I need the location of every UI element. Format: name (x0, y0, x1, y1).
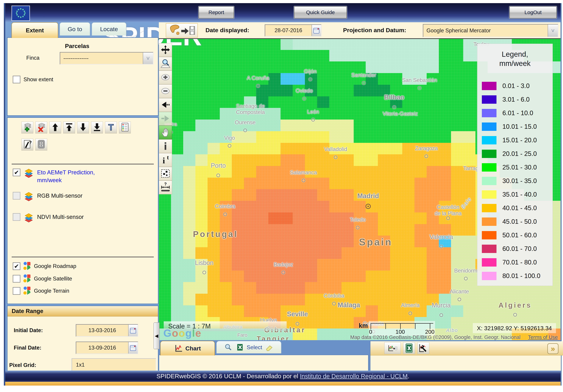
basemap-item[interactable]: Google Terrain (13, 286, 69, 296)
final-date-field[interactable]: 13-09-2016 (76, 342, 138, 354)
layer-label[interactable]: NDVI Multi-sensor (37, 213, 84, 221)
quick-guide-button[interactable]: Quick Guide (294, 6, 347, 18)
pan-hand-button[interactable] (159, 126, 172, 139)
layer-label[interactable]: Eto AEMeT Prediction, mm/week (37, 169, 95, 184)
tab-chart[interactable]: Chart (160, 341, 215, 355)
excel-export-icon (404, 343, 414, 353)
basemap-checkbox[interactable] (13, 275, 20, 282)
history-back-button[interactable] (159, 98, 172, 112)
measure-icon: ? (161, 182, 170, 193)
basemap-label[interactable]: Google Satellite (34, 276, 72, 282)
chevron-down-icon[interactable]: ˅ (143, 52, 153, 64)
info-button[interactable] (159, 139, 172, 153)
basemap-checkbox[interactable] (13, 287, 20, 295)
finca-select[interactable]: -------------- ˅ (60, 52, 154, 64)
zoom-box-button[interactable] (159, 57, 172, 71)
report-button[interactable]: Report (199, 6, 234, 18)
tab-go-to[interactable]: Go to (60, 22, 90, 36)
move-down-button[interactable] (77, 122, 89, 134)
add-layers-button[interactable] (21, 122, 33, 134)
basemap-label[interactable]: Google Roadmap (34, 263, 76, 269)
show-extent-checkbox[interactable] (13, 76, 20, 83)
remove-layers-button[interactable] (35, 122, 47, 134)
projection-select[interactable]: Google Spherical Mercator ˅ (423, 24, 558, 37)
zoom-out-button[interactable] (159, 84, 172, 98)
move-to-top-button[interactable] (63, 122, 75, 134)
sidebar: SPIDER Extent Go to Locate Parcelas Finc… (5, 22, 159, 371)
legend-range: 10.01 - 15.0 (502, 123, 537, 130)
basemap-item[interactable]: ✔Google Roadmap (13, 261, 76, 271)
map-canvas[interactable]: A CoruñaGijónSantanderSan SebastiánOvied… (159, 38, 561, 340)
legend-swatch (482, 177, 497, 185)
chart-save-icon (388, 343, 397, 353)
app-frame: Report Quick Guide LogOut SPIDER Extent … (4, 3, 562, 386)
terms-of-use-link[interactable]: Terms of Use (528, 334, 558, 340)
move-to-bottom-button[interactable] (91, 122, 103, 134)
basemap-label[interactable]: Google Terrain (34, 288, 69, 294)
sidebar-collapse-handle[interactable]: ◀ (154, 322, 160, 349)
zoom-in-button[interactable] (159, 71, 172, 84)
basemap-checkbox[interactable]: ✔ (13, 262, 20, 270)
expand-panel-button[interactable]: » (547, 343, 559, 354)
legend-list-button[interactable] (119, 122, 131, 134)
google-earth-button[interactable]: 8 (35, 139, 47, 150)
history-forward-button[interactable] (159, 112, 172, 126)
tab-extent[interactable]: Extent (12, 22, 58, 38)
legend-swatch (482, 190, 497, 199)
footer-bar: SPIDERwebGIS © 2016 UCLM - Desarrollado … (5, 371, 561, 382)
layers-panel: T ?8 ✔Eto AEMeT Prediction, mm/weekRGB M… (7, 117, 158, 304)
tab-select[interactable]: Select (216, 341, 282, 353)
layer-item[interactable]: ✔Eto AEMeT Prediction, mm/week (13, 169, 95, 184)
legend-range: 45.01 - 50.0 (502, 218, 537, 225)
legend-swatch (482, 82, 497, 90)
feature-query-icon: ? (23, 140, 32, 150)
google-maps-icon (23, 286, 32, 296)
legend-swatch (482, 272, 497, 280)
tab-locate[interactable]: Locate (92, 22, 127, 36)
pixel-grid-input[interactable]: 1x1 (72, 358, 156, 371)
info-icon (161, 141, 170, 152)
save-map-view-button[interactable] (166, 23, 198, 37)
calendar-icon[interactable] (128, 342, 138, 354)
excel-export-button[interactable] (403, 342, 415, 354)
legend-range: 70.01 - 80.0 (502, 259, 537, 266)
legend-swatch (482, 231, 497, 239)
initial-date-field[interactable]: 13-03-2016 (76, 324, 138, 337)
basemap-item[interactable]: Google Satellite (13, 274, 72, 283)
pan-button[interactable] (159, 43, 172, 57)
calendar-icon[interactable] (128, 325, 138, 336)
logout-button[interactable]: LogOut (509, 6, 557, 18)
layer-item[interactable]: NDVI Multi-sensor (13, 213, 84, 223)
chart-save-button[interactable] (384, 342, 401, 354)
measure-button[interactable]: ? (159, 181, 172, 194)
date-displayed-field[interactable]: 28-07-2016 (265, 24, 321, 37)
layer-checkbox[interactable] (13, 213, 20, 221)
footer-suffix: . (408, 373, 409, 380)
chart-panel-content (159, 355, 369, 371)
layer-item[interactable]: RGB Multi-sensor (13, 192, 82, 202)
layer-label[interactable]: RGB Multi-sensor (37, 192, 82, 200)
projection-value: Google Spherical Mercator (423, 27, 548, 34)
chart-actions-toolbar (371, 341, 563, 355)
calendar-icon[interactable] (312, 25, 321, 36)
legend-range: 35.01 - 40.0 (502, 191, 537, 198)
scalebar-unit: km (359, 322, 368, 329)
move-up-icon (51, 122, 60, 133)
label-toggle-button[interactable]: T (105, 122, 117, 134)
scalebar-ruler: 0100200 (369, 321, 435, 336)
divider (12, 164, 154, 164)
google-maps-icon (23, 261, 32, 271)
pan-hand-icon (161, 127, 170, 138)
footer-link[interactable]: Instituto de Desarrollo Regional - UCLM (300, 373, 408, 380)
legend-swatch (482, 136, 497, 144)
feature-query-button[interactable]: ? (21, 139, 33, 150)
chevron-down-icon[interactable]: ˅ (548, 24, 558, 37)
move-up-button[interactable] (49, 122, 61, 134)
legend-entry: 80.01 - 100.0 (477, 269, 552, 283)
layer-checkbox[interactable]: ✔ (13, 169, 20, 176)
chart-settings-button[interactable] (417, 342, 429, 354)
layer-checkbox[interactable] (13, 192, 20, 200)
bottom-left-panel: Chart Select (159, 341, 369, 371)
info-time-button[interactable]: it (159, 153, 172, 167)
pixel-select-button[interactable] (159, 167, 172, 181)
